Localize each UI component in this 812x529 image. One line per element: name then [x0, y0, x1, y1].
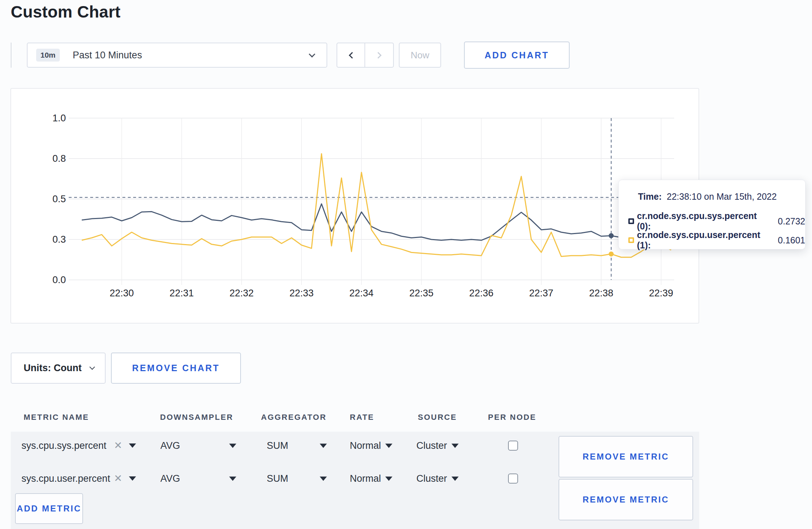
- time-range-select[interactable]: 10m Past 10 Minutes: [27, 43, 327, 68]
- chevron-right-icon: [375, 52, 381, 58]
- per-node-checkbox[interactable]: [508, 474, 518, 484]
- tooltip-time-label: Time:: [638, 191, 662, 202]
- caret-down-icon[interactable]: [129, 476, 136, 481]
- toolbar-divider: [11, 43, 11, 68]
- column-header-metric-name: METRIC NAME: [24, 413, 89, 422]
- y-axis-label: 0.5: [52, 194, 66, 204]
- time-forward-button[interactable]: [365, 43, 393, 67]
- time-range-badge: 10m: [36, 49, 60, 62]
- column-header-downsampler: DOWNSAMPLER: [160, 413, 233, 422]
- y-axis-label: 1.0: [52, 113, 66, 123]
- caret-down-icon[interactable]: [129, 443, 136, 448]
- chevron-down-icon: [90, 364, 95, 370]
- caret-down-icon: [320, 443, 327, 448]
- caret-down-icon: [229, 476, 236, 481]
- caret-down-icon: [385, 443, 392, 448]
- chevron-down-icon: [309, 51, 315, 57]
- x-axis-label: 22:34: [349, 288, 374, 299]
- caret-down-icon: [320, 476, 327, 481]
- x-axis-label: 22:30: [110, 288, 134, 299]
- time-nav-group: [337, 43, 394, 68]
- series-line: [82, 154, 671, 257]
- tooltip-time-row: Time: 22:38:10 on Mar 15th, 2022: [638, 191, 777, 202]
- aggregator-select[interactable]: SUM: [267, 473, 327, 484]
- metric-name-value: sys.cpu.sys.percent: [21, 440, 106, 451]
- x-axis-label: 22:32: [229, 288, 254, 299]
- crosshair-point: [609, 252, 614, 257]
- column-header-per-node: PER NODE: [488, 413, 536, 422]
- now-button[interactable]: Now: [399, 43, 441, 68]
- metric-name-select[interactable]: sys.cpu.sys.percent: [21, 440, 106, 451]
- metrics-table-header: METRIC NAME DOWNSAMPLER AGGREGATOR RATE …: [11, 403, 699, 432]
- remove-metric-button[interactable]: REMOVE METRIC: [559, 479, 693, 520]
- remove-metric-button[interactable]: REMOVE METRIC: [559, 436, 693, 477]
- rate-select[interactable]: Normal: [350, 440, 392, 451]
- rate-select[interactable]: Normal: [350, 473, 392, 484]
- tooltip-series-label: cr.node.sys.cpu.user.percent (1):: [637, 230, 773, 251]
- metric-name-select[interactable]: sys.cpu.user.percent: [21, 473, 110, 484]
- aggregator-select[interactable]: SUM: [267, 440, 327, 451]
- x-axis-label: 22:36: [469, 288, 494, 299]
- caret-down-icon: [385, 476, 392, 481]
- x-axis-label: 22:35: [409, 288, 434, 299]
- downsampler-select[interactable]: AVG: [160, 440, 236, 451]
- cpu-usage-chart: 0.00.30.50.81.022:3022:3122:3222:3322:34…: [10, 88, 699, 324]
- clear-metric-icon[interactable]: ✕: [114, 441, 122, 451]
- series-swatch-icon: [628, 237, 634, 243]
- aggregator-value: SUM: [267, 440, 288, 451]
- y-axis-label: 0.0: [52, 275, 66, 285]
- x-axis-label: 22:39: [649, 288, 673, 299]
- rate-value: Normal: [350, 440, 381, 451]
- series-line: [82, 204, 671, 241]
- series-swatch-icon: [628, 218, 634, 224]
- page-title: Custom Chart: [11, 2, 121, 21]
- downsampler-value: AVG: [160, 473, 180, 484]
- source-value: Cluster: [416, 440, 447, 451]
- chart-tooltip: Time: 22:38:10 on Mar 15th, 2022 cr.node…: [618, 180, 806, 249]
- caret-down-icon: [451, 476, 459, 481]
- caret-down-icon: [451, 443, 459, 448]
- column-header-source: SOURCE: [418, 413, 457, 422]
- caret-down-icon: [229, 443, 236, 448]
- x-axis-label: 22:33: [289, 288, 314, 299]
- time-range-label: Past 10 Minutes: [73, 50, 142, 61]
- add-metric-button[interactable]: ADD METRIC: [15, 493, 83, 524]
- add-chart-button[interactable]: ADD CHART: [464, 42, 570, 69]
- downsampler-value: AVG: [160, 440, 180, 451]
- x-axis-label: 22:38: [589, 288, 613, 299]
- downsampler-select[interactable]: AVG: [160, 473, 236, 484]
- tooltip-series-value: 0.2732: [778, 216, 805, 227]
- metrics-table-body: sys.cpu.sys.percent ✕ AVG SUM Normal Clu…: [11, 432, 699, 529]
- x-axis-label: 22:37: [529, 288, 554, 299]
- tooltip-series-row: cr.node.sys.cpu.sys.percent (0): 0.2732: [628, 211, 805, 232]
- column-header-aggregator: AGGREGATOR: [261, 413, 327, 422]
- source-value: Cluster: [416, 473, 447, 484]
- rate-value: Normal: [350, 473, 381, 484]
- y-axis-label: 0.3: [52, 234, 66, 245]
- source-select[interactable]: Cluster: [416, 473, 459, 484]
- chevron-left-icon: [349, 52, 355, 58]
- remove-chart-button[interactable]: REMOVE CHART: [111, 353, 241, 384]
- units-label: Units: Count: [24, 363, 82, 374]
- aggregator-value: SUM: [267, 473, 288, 484]
- column-header-rate: RATE: [350, 413, 374, 422]
- metric-name-value: sys.cpu.user.percent: [21, 473, 110, 484]
- chart-card: 0.00.30.50.81.022:3022:3122:3222:3322:34…: [10, 88, 699, 324]
- clear-metric-icon[interactable]: ✕: [114, 474, 122, 484]
- tooltip-series-label: cr.node.sys.cpu.sys.percent (0):: [637, 211, 773, 232]
- tooltip-time-value: 22:38:10 on Mar 15th, 2022: [667, 191, 777, 202]
- tooltip-series-value: 0.1601: [778, 235, 805, 246]
- crosshair-point: [609, 233, 614, 238]
- x-axis-label: 22:31: [170, 288, 194, 299]
- tooltip-series-row: cr.node.sys.cpu.user.percent (1): 0.1601: [628, 230, 805, 251]
- y-axis-label: 0.8: [52, 153, 66, 164]
- per-node-checkbox[interactable]: [508, 441, 518, 451]
- source-select[interactable]: Cluster: [416, 440, 459, 451]
- time-back-button[interactable]: [337, 43, 365, 67]
- units-select[interactable]: Units: Count: [11, 353, 106, 384]
